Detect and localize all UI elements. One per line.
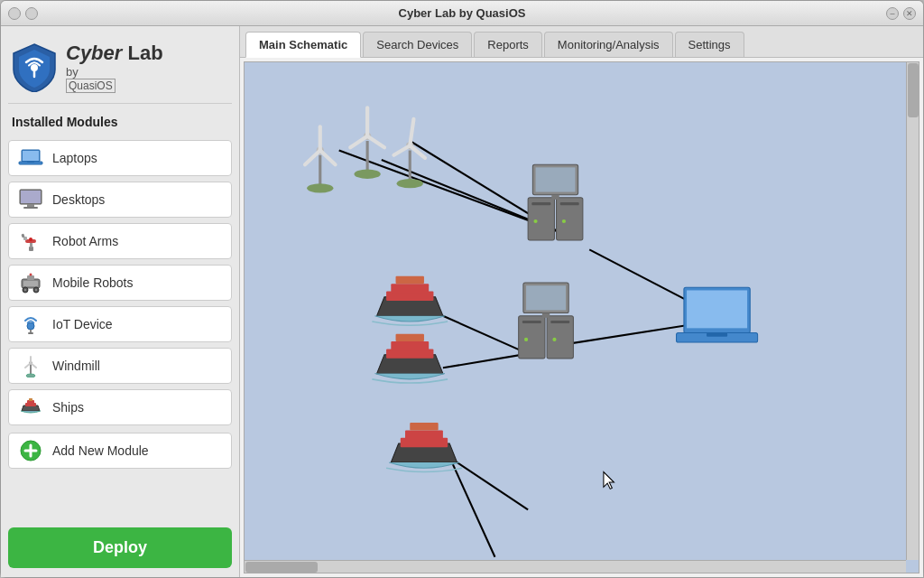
iot-device-label: IoT Device <box>52 317 113 331</box>
svg-point-23 <box>30 274 32 276</box>
module-mobile-robots[interactable]: Mobile Robots <box>8 265 232 301</box>
svg-rect-91 <box>396 276 424 284</box>
svg-rect-26 <box>28 332 33 334</box>
module-windmill[interactable]: Windmill <box>8 348 232 384</box>
logo-sub: byQuasiOS <box>66 65 163 92</box>
svg-point-74 <box>533 219 537 223</box>
laptops-label: Laptops <box>52 151 97 165</box>
svg-point-50 <box>307 183 333 192</box>
desktops-icon <box>18 189 43 210</box>
svg-rect-79 <box>526 285 566 310</box>
svg-rect-82 <box>550 321 569 323</box>
svg-rect-5 <box>27 162 34 163</box>
installed-modules-label: Installed Modules <box>8 113 232 135</box>
deploy-button[interactable]: Deploy <box>8 527 232 568</box>
mobile-robots-icon <box>18 272 43 294</box>
svg-rect-96 <box>405 430 443 439</box>
svg-rect-86 <box>687 290 747 328</box>
svg-rect-7 <box>21 191 41 203</box>
network-diagram <box>245 62 906 560</box>
robot-arms-icon <box>18 230 43 252</box>
main-area: Main Schematic Search Devices Reports Mo… <box>240 26 923 577</box>
horizontal-scrollbar[interactable] <box>245 560 906 573</box>
window-controls <box>8 7 38 20</box>
svg-rect-88 <box>707 333 727 337</box>
tab-main-schematic[interactable]: Main Schematic <box>245 32 361 58</box>
svg-point-56 <box>354 169 380 178</box>
module-desktops[interactable]: Desktops <box>8 182 232 218</box>
svg-point-84 <box>552 338 556 341</box>
schematic-canvas <box>245 62 906 560</box>
svg-point-62 <box>397 179 423 188</box>
add-module-icon <box>18 440 43 461</box>
svg-point-28 <box>26 374 35 378</box>
svg-rect-81 <box>522 321 541 323</box>
svg-rect-70 <box>536 167 576 191</box>
module-ships[interactable]: Ships <box>8 389 232 425</box>
module-iot-device[interactable]: IoT Device <box>8 306 232 342</box>
vertical-scrollbar[interactable] <box>906 62 919 560</box>
vertical-scrollbar-thumb[interactable] <box>908 63 919 117</box>
svg-point-21 <box>35 289 37 291</box>
svg-point-24 <box>27 322 34 330</box>
robot-arms-label: Robot Arms <box>52 234 118 248</box>
svg-rect-9 <box>23 207 38 209</box>
tab-search-devices[interactable]: Search Devices <box>363 32 472 57</box>
svg-rect-71 <box>551 195 559 200</box>
svg-rect-97 <box>410 423 438 430</box>
svg-rect-93 <box>391 341 429 350</box>
laptop <box>677 287 758 342</box>
iot-device-icon <box>18 313 43 335</box>
svg-rect-22 <box>27 275 34 280</box>
close-right-button[interactable]: ✕ <box>903 7 916 20</box>
svg-rect-80 <box>542 313 550 318</box>
main-window: Cyber Lab by QuasiOS – ✕ <box>0 0 924 578</box>
tab-reports[interactable]: Reports <box>474 32 542 57</box>
svg-rect-39 <box>245 65 906 557</box>
svg-rect-17 <box>23 281 38 286</box>
svg-rect-90 <box>391 284 429 293</box>
minimize-right-button[interactable]: – <box>886 7 899 20</box>
ships-icon <box>18 396 43 418</box>
sidebar: Cyber Lab byQuasiOS Installed Modules <box>1 26 240 577</box>
module-laptops[interactable]: Laptops <box>8 140 232 176</box>
windmill-icon <box>18 355 43 377</box>
mobile-robots-label: Mobile Robots <box>52 275 134 290</box>
svg-point-15 <box>29 238 32 241</box>
schematic-area[interactable] <box>244 61 919 573</box>
logo-brand: Cyber Lab <box>66 42 163 64</box>
svg-rect-73 <box>560 202 579 205</box>
svg-rect-8 <box>27 204 34 207</box>
logo-area: Cyber Lab byQuasiOS <box>8 35 232 104</box>
tab-monitoring-analysis[interactable]: Monitoring/Analysis <box>544 32 673 57</box>
svg-rect-72 <box>531 202 550 205</box>
close-button[interactable] <box>8 7 21 20</box>
add-module-label: Add New Module <box>52 443 149 458</box>
logo-icon <box>12 42 57 92</box>
minimize-button[interactable] <box>25 7 38 20</box>
title-bar: Cyber Lab by QuasiOS – ✕ <box>1 1 923 26</box>
svg-rect-3 <box>23 151 39 161</box>
svg-point-83 <box>524 338 528 341</box>
add-module-button[interactable]: Add New Module <box>8 433 232 469</box>
horizontal-scrollbar-thumb[interactable] <box>245 562 318 573</box>
tabs-bar: Main Schematic Search Devices Reports Mo… <box>240 26 923 58</box>
desktops-label: Desktops <box>52 192 105 207</box>
tab-settings[interactable]: Settings <box>675 32 744 57</box>
windmill-label: Windmill <box>52 359 100 373</box>
logo-text-area: Cyber Lab byQuasiOS <box>66 42 163 91</box>
window-content: Cyber Lab byQuasiOS Installed Modules <box>1 26 923 577</box>
ships-label: Ships <box>52 400 84 415</box>
window-title: Cyber Lab by QuasiOS <box>38 6 886 20</box>
svg-point-20 <box>24 289 26 291</box>
svg-point-75 <box>562 219 566 223</box>
laptops-icon <box>18 147 43 169</box>
module-robot-arms[interactable]: Robot Arms <box>8 223 232 259</box>
svg-rect-35 <box>29 398 32 401</box>
svg-rect-94 <box>396 334 424 341</box>
